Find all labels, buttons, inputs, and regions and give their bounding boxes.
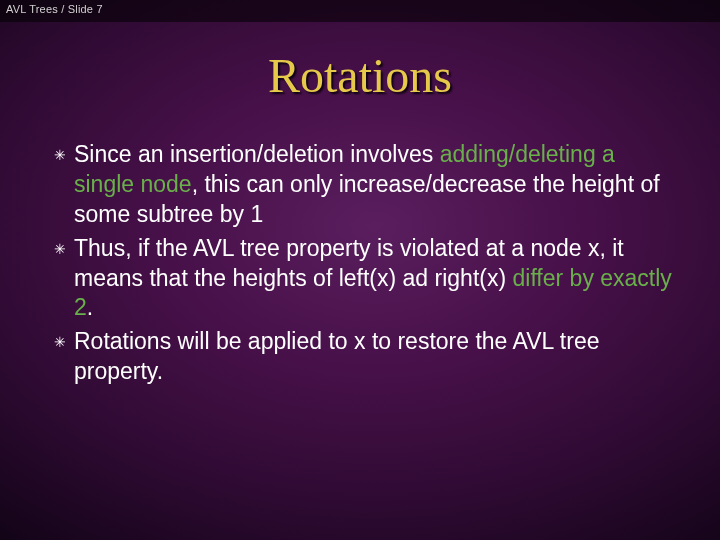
slide: AVL Trees / Slide 7 Rotations ✳ Since an…: [0, 0, 720, 540]
text-run: Rotations will be applied to x to restor…: [74, 328, 599, 384]
text-run: .: [87, 294, 93, 320]
bullet-icon: ✳: [54, 327, 74, 357]
bullet-icon: ✳: [54, 140, 74, 170]
bullet-icon: ✳: [54, 234, 74, 264]
bullet-item: ✳ Since an insertion/deletion involves a…: [54, 140, 680, 230]
slide-body: ✳ Since an insertion/deletion involves a…: [54, 140, 680, 391]
bullet-text: Thus, if the AVL tree property is violat…: [74, 234, 680, 324]
slide-title: Rotations: [0, 48, 720, 103]
text-run: Since an insertion/deletion involves: [74, 141, 440, 167]
breadcrumb: AVL Trees / Slide 7: [6, 3, 103, 15]
bullet-item: ✳ Rotations will be applied to x to rest…: [54, 327, 680, 387]
top-bar: [0, 0, 720, 22]
bullet-text: Rotations will be applied to x to restor…: [74, 327, 680, 387]
bullet-text: Since an insertion/deletion involves add…: [74, 140, 680, 230]
bullet-item: ✳ Thus, if the AVL tree property is viol…: [54, 234, 680, 324]
